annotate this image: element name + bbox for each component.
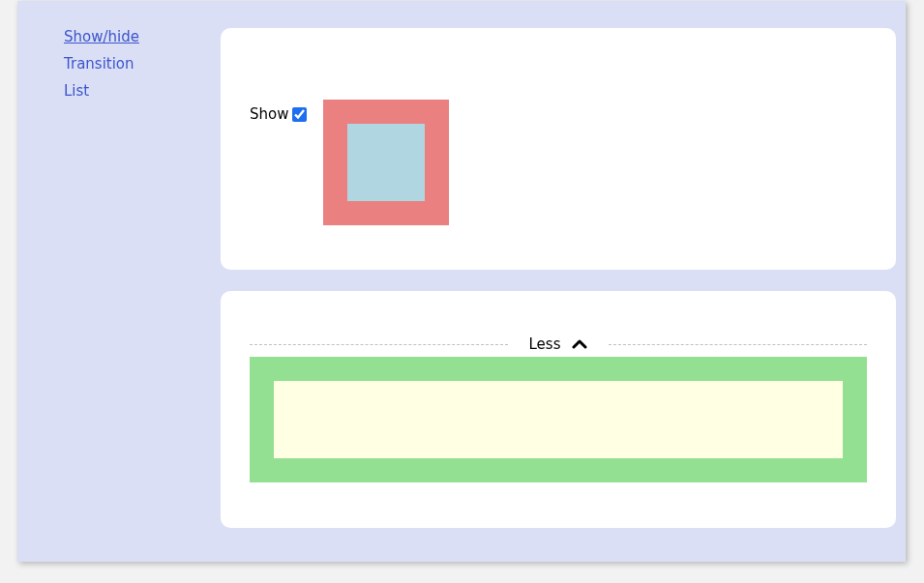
demo-page: Show/hide Transition List Show Less	[17, 1, 906, 562]
show-label: Show	[250, 105, 288, 123]
show-hide-card: Show	[221, 28, 896, 270]
divider-line-left	[250, 344, 508, 345]
chevron-up-icon	[572, 338, 587, 350]
sidebar-nav: Show/hide Transition List	[64, 28, 190, 109]
collapse-toggle[interactable]: Less	[508, 335, 610, 353]
divider-line-right	[609, 344, 867, 345]
sidebar-item-transition[interactable]: Transition	[64, 55, 190, 73]
show-checkbox[interactable]	[292, 107, 307, 122]
collapse-divider-row: Less	[250, 335, 867, 353]
show-toggle-row: Show	[250, 105, 307, 123]
sidebar-item-show-hide[interactable]: Show/hide	[64, 28, 190, 45]
expand-collapse-card: Less	[221, 291, 896, 528]
outer-red-box	[323, 100, 449, 225]
outer-green-box	[250, 357, 867, 482]
sidebar-item-list[interactable]: List	[64, 82, 190, 100]
inner-yellow-box	[274, 381, 843, 458]
inner-blue-box	[347, 124, 425, 201]
collapse-toggle-label: Less	[529, 335, 561, 353]
